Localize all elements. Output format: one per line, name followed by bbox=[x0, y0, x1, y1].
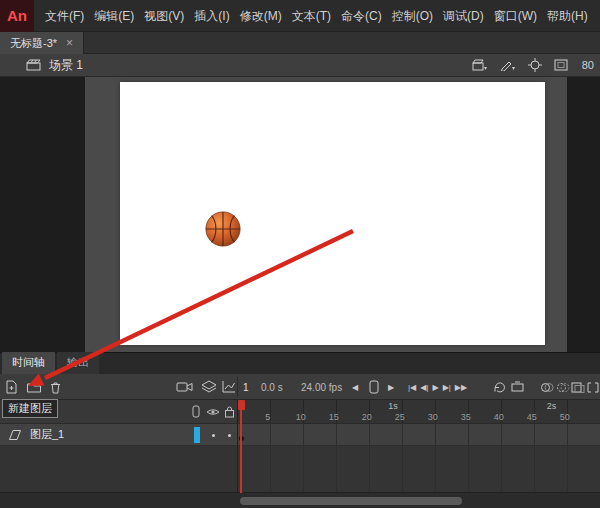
timeline-panel-tabs: 时间轴输出 bbox=[0, 353, 600, 374]
menu-item[interactable]: 文件(F) bbox=[40, 0, 89, 32]
layer-frames-row[interactable] bbox=[238, 424, 600, 446]
layer-lock-dot[interactable] bbox=[228, 434, 231, 437]
timeline-ruler[interactable]: 51015202530354045501s2s bbox=[238, 400, 600, 424]
menu-item[interactable]: 编辑(E) bbox=[89, 0, 139, 32]
edit-symbol-icon[interactable] bbox=[500, 59, 516, 71]
ruler-frame-number: 20 bbox=[362, 412, 372, 422]
menu-item[interactable]: 控制(O) bbox=[387, 0, 438, 32]
ruler-second-mark: 1s bbox=[388, 401, 398, 411]
empty-frames-area[interactable] bbox=[238, 446, 600, 493]
menu: 文件(F)编辑(E)视图(V)插入(I)修改(M)文本(T)命令(C)控制(O)… bbox=[40, 0, 593, 31]
timeline-body: 图层_1 51015202530354045501s2s bbox=[0, 400, 600, 493]
menu-item[interactable]: 窗口(W) bbox=[489, 0, 542, 32]
frame-view-button[interactable] bbox=[221, 378, 236, 396]
menubar: An 文件(F)编辑(E)视图(V)插入(I)修改(M)文本(T)命令(C)控制… bbox=[0, 0, 600, 32]
ruler-frame-number: 30 bbox=[428, 412, 438, 422]
stage-preview-icon[interactable] bbox=[369, 378, 379, 396]
onion-skin-icon[interactable] bbox=[540, 378, 554, 396]
ruler-frame-number: 45 bbox=[527, 412, 537, 422]
timeline-scrollbar-thumb[interactable] bbox=[240, 497, 462, 505]
next-keyframe-button[interactable]: ▶ bbox=[388, 378, 394, 396]
clip-outside-stage-icon[interactable] bbox=[554, 59, 568, 71]
transport-button[interactable]: ▶| bbox=[443, 383, 451, 392]
layer-color-swatch[interactable] bbox=[194, 427, 200, 443]
document-tab[interactable]: 无标题-3* × bbox=[0, 32, 84, 54]
tooltip: 新建图层 bbox=[2, 399, 58, 418]
scene-name: 场景 1 bbox=[49, 57, 83, 74]
scene-bar: 场景 1 80 bbox=[0, 54, 600, 77]
transport-button[interactable]: ▶▶ bbox=[455, 383, 467, 392]
app-logo: An bbox=[0, 0, 34, 32]
delete-layer-button[interactable] bbox=[48, 378, 63, 396]
ruler-frame-number: 15 bbox=[329, 412, 339, 422]
ruler-ticks bbox=[238, 400, 600, 423]
transport-button[interactable]: ◀| bbox=[420, 383, 428, 392]
previous-keyframe-button[interactable]: ◀ bbox=[352, 378, 358, 396]
ruler-frame-number: 40 bbox=[494, 412, 504, 422]
pasteboard-right bbox=[567, 77, 600, 352]
loop-range-icon[interactable] bbox=[510, 378, 525, 396]
loop-playback-icon[interactable] bbox=[492, 378, 507, 396]
app-logo-text: An bbox=[7, 7, 27, 24]
document-tabbar: 无标题-3* × bbox=[0, 32, 600, 54]
stage[interactable] bbox=[120, 82, 545, 345]
edit-multiple-frames-icon[interactable] bbox=[571, 378, 585, 396]
timeline-tab[interactable]: 输出 bbox=[57, 352, 99, 374]
ruler-frame-number: 5 bbox=[265, 412, 270, 422]
layer-name[interactable]: 图层_1 bbox=[30, 427, 64, 442]
animate-window: An 文件(F)编辑(E)视图(V)插入(I)修改(M)文本(T)命令(C)控制… bbox=[0, 0, 600, 508]
menu-item[interactable]: 调试(D) bbox=[438, 0, 489, 32]
layer-type-icon bbox=[8, 429, 22, 441]
menu-item[interactable]: 文本(T) bbox=[287, 0, 336, 32]
center-stage-icon[interactable] bbox=[528, 58, 542, 72]
layer-row[interactable]: 图层_1 bbox=[0, 424, 237, 446]
toolbar-divider bbox=[237, 377, 238, 397]
timeline-toolbar: 1 0.0 s 24.00 fps ◀ ▶ |◀◀|▶▶|▶▶ bbox=[0, 374, 600, 400]
lock-column-icon[interactable] bbox=[224, 405, 235, 418]
ruler-frame-number: 50 bbox=[560, 412, 570, 422]
modify-markers-icon[interactable] bbox=[586, 378, 600, 396]
current-frame-number: 1 bbox=[243, 378, 249, 396]
menu-item[interactable]: 插入(I) bbox=[189, 0, 234, 32]
menu-item[interactable]: 视图(V) bbox=[139, 0, 189, 32]
frames-area[interactable]: 51015202530354045501s2s bbox=[238, 400, 600, 493]
new-layer-button[interactable] bbox=[4, 378, 19, 396]
scene-bar-tools: 80 bbox=[472, 58, 594, 72]
ruler-frame-number: 25 bbox=[395, 412, 405, 422]
highlight-column-icon[interactable] bbox=[192, 405, 200, 418]
stage-area bbox=[0, 77, 600, 352]
basketball-image[interactable] bbox=[204, 210, 242, 248]
ruler-frame-number: 10 bbox=[296, 412, 306, 422]
elapsed-time: 0.0 s bbox=[261, 378, 283, 396]
ruler-frame-number: 35 bbox=[461, 412, 471, 422]
layer-visibility-dot[interactable] bbox=[212, 434, 215, 437]
menu-item[interactable]: 帮助(H) bbox=[542, 0, 593, 32]
timeline-tab[interactable]: 时间轴 bbox=[2, 352, 55, 374]
timeline-scrollbar[interactable] bbox=[0, 492, 600, 508]
transport-button[interactable]: |◀ bbox=[408, 383, 416, 392]
transport-controls: |◀◀|▶▶|▶▶ bbox=[408, 378, 467, 396]
frame-rate[interactable]: 24.00 fps bbox=[301, 378, 342, 396]
onion-outline-icon[interactable] bbox=[556, 378, 570, 396]
scene-clapboard-icon bbox=[26, 59, 41, 71]
add-camera-button[interactable] bbox=[176, 378, 194, 396]
document-title: 无标题-3* bbox=[10, 36, 57, 51]
close-tab-icon[interactable]: × bbox=[66, 37, 73, 49]
menu-item[interactable]: 修改(M) bbox=[235, 0, 287, 32]
pasteboard-left bbox=[0, 77, 85, 352]
zoom-value[interactable]: 80 bbox=[582, 59, 594, 71]
playhead-line bbox=[240, 400, 242, 493]
layer-depth-button[interactable] bbox=[201, 378, 217, 396]
show-hide-column-icon[interactable] bbox=[206, 407, 220, 417]
menu-item[interactable]: 命令(C) bbox=[336, 0, 387, 32]
new-folder-button[interactable] bbox=[26, 378, 42, 396]
timeline-panel: 时间轴输出 1 0.0 s 24.00 fps bbox=[0, 352, 600, 508]
edit-scene-icon[interactable] bbox=[472, 59, 488, 71]
playhead-handle[interactable] bbox=[238, 400, 245, 410]
ruler-second-mark: 2s bbox=[547, 401, 557, 411]
transport-button[interactable]: ▶ bbox=[432, 383, 438, 392]
